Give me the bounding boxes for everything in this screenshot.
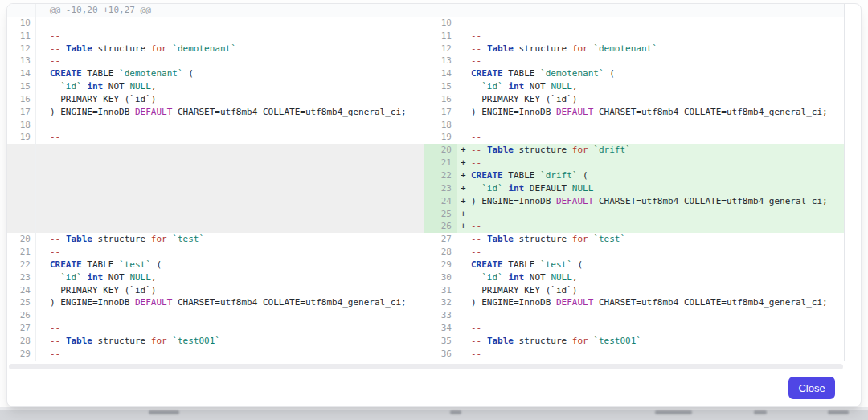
- line-number-cell: 13: [7, 55, 36, 67]
- code-token: ) ENGINE=InnoDB: [471, 107, 556, 117]
- line-number-cell: [7, 208, 36, 221]
- line-number-cell: 29: [424, 259, 457, 271]
- code-token: NULL: [572, 183, 594, 194]
- code-token: NOT: [524, 81, 551, 92]
- code-line: ) ENGINE=InnoDB DEFAULT CHARSET=utf8mb4 …: [36, 296, 424, 309]
- code-token: TABLE: [82, 68, 119, 79]
- code-token: Table: [66, 234, 92, 244]
- code-line: +-- Table structure for `drift`: [457, 144, 844, 157]
- code-token: Table: [487, 43, 514, 54]
- code-line: PRIMARY KEY (`id`): [36, 284, 424, 297]
- code-line: PRIMARY KEY (`id`): [36, 93, 424, 106]
- code-token: CREATE: [471, 170, 503, 181]
- code-token: PRIMARY KEY (`id`): [471, 285, 577, 296]
- line-number-cell: 26: [424, 220, 457, 233]
- close-button[interactable]: Close: [788, 377, 835, 399]
- code-token: CREATE: [50, 68, 82, 79]
- code-line: CREATE TABLE `test` (: [457, 259, 844, 271]
- line-number-cell: 14: [7, 67, 36, 80]
- code-line: [457, 17, 844, 30]
- line-number-cell: 14: [424, 67, 457, 80]
- code-token: ) ENGINE=InnoDB: [471, 196, 556, 206]
- line-number-cell: 21: [7, 246, 36, 259]
- code-token: NULL: [129, 272, 151, 283]
- code-token: --: [471, 336, 487, 346]
- code-token: CREATE: [471, 68, 503, 79]
- code-token: DEFAULT: [556, 297, 593, 308]
- code-token: for: [151, 234, 167, 244]
- added-line-marker: +: [461, 182, 471, 195]
- code-token: [471, 183, 481, 194]
- code-token: --: [471, 221, 481, 231]
- code-token: ) ENGINE=InnoDB: [50, 107, 135, 117]
- line-number-cell: 19: [7, 131, 36, 144]
- code-token: structure: [514, 145, 572, 155]
- dimmed-text-fragment: [450, 410, 461, 414]
- code-token: `id`: [60, 272, 82, 283]
- code-line: [36, 169, 424, 182]
- code-line: PRIMARY KEY (`id`): [457, 93, 844, 106]
- line-number-cell: 26: [7, 309, 36, 322]
- code-token: for: [572, 43, 588, 54]
- line-number-cell: 28: [7, 335, 36, 348]
- code-token: for: [572, 145, 588, 155]
- code-token: --: [471, 349, 481, 359]
- diff-table: @@ -10,20 +10,27 @@101011--11--12-- Tabl…: [7, 4, 845, 361]
- code-token: --: [471, 55, 481, 66]
- horizontal-scrollbar[interactable]: [9, 364, 843, 369]
- code-token: structure: [92, 234, 151, 244]
- hunk-header: @@ -10,20 +10,27 @@: [36, 4, 424, 17]
- line-number-cell: 27: [424, 233, 457, 246]
- code-token: int: [87, 272, 103, 283]
- added-line-marker: +: [461, 157, 471, 169]
- code-line: `id` int NOT NULL,: [36, 271, 424, 284]
- code-token: [471, 81, 481, 92]
- code-token: int: [508, 272, 524, 283]
- code-line: [36, 157, 424, 169]
- code-token: structure: [514, 234, 572, 244]
- code-line: -- Table structure for `demotenant`: [457, 43, 844, 55]
- code-line: --: [457, 30, 844, 43]
- code-token: `test`: [540, 259, 572, 270]
- code-line: [36, 119, 424, 132]
- code-line: ) ENGINE=InnoDB DEFAULT CHARSET=utf8mb4 …: [36, 106, 424, 119]
- code-token: @@ -10,20 +10,27 @@: [50, 5, 151, 15]
- code-line: +: [457, 208, 844, 221]
- code-token: TABLE: [503, 259, 540, 270]
- code-token: ,: [151, 81, 157, 92]
- code-token: (: [572, 259, 583, 270]
- added-line-marker: +: [461, 220, 471, 233]
- code-token: (: [577, 170, 588, 181]
- code-token: structure: [92, 43, 151, 54]
- line-number-cell: 20: [424, 144, 457, 157]
- line-number-cell: 10: [7, 17, 36, 30]
- code-token: Table: [487, 234, 514, 244]
- line-number-cell: 25: [7, 296, 36, 309]
- code-line: -- Table structure for `test`: [36, 233, 424, 246]
- line-number-cell: 18: [424, 119, 457, 132]
- line-number-cell: 15: [424, 80, 457, 93]
- code-token: structure: [514, 43, 572, 54]
- line-number-cell: 25: [424, 208, 457, 221]
- code-token: DEFAULT: [556, 107, 593, 117]
- line-number-cell: 24: [424, 195, 457, 208]
- page-background: @@ -10,20 +10,27 @@101011--11--12-- Tabl…: [0, 0, 868, 420]
- line-number-cell: 20: [7, 233, 36, 246]
- code-line: [36, 182, 424, 195]
- code-token: --: [50, 336, 66, 346]
- line-number-cell: [7, 182, 36, 195]
- code-line: [36, 195, 424, 208]
- code-token: `demotenant`: [172, 43, 235, 54]
- line-number-cell: 22: [7, 259, 36, 271]
- code-line: --: [457, 322, 844, 335]
- code-line: --: [457, 246, 844, 259]
- code-token: ,: [151, 272, 157, 283]
- code-line: [36, 17, 424, 30]
- code-token: `demotenant`: [593, 43, 657, 54]
- code-line: -- Table structure for `demotenant`: [36, 43, 424, 55]
- code-token: for: [151, 43, 167, 54]
- line-number-cell: [7, 169, 36, 182]
- code-line: -- Table structure for `test001`: [457, 335, 844, 348]
- code-token: --: [471, 323, 481, 333]
- code-token: ,: [572, 272, 578, 283]
